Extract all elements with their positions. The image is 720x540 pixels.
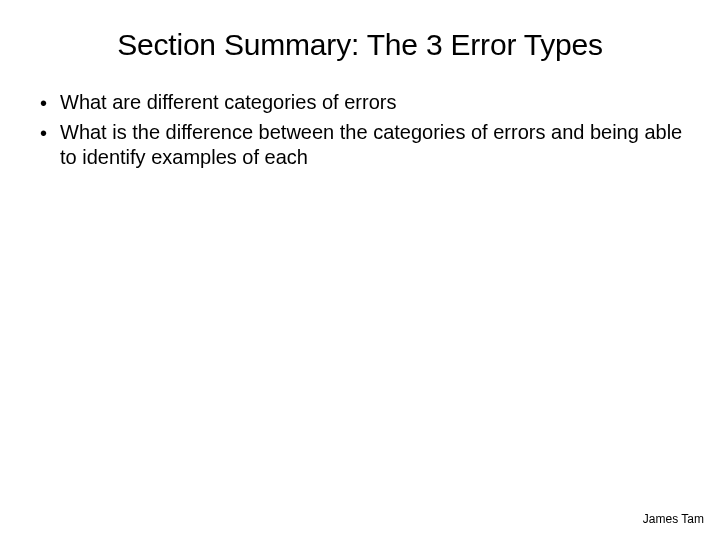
footer-author: James Tam: [643, 512, 704, 526]
slide-title: Section Summary: The 3 Error Types: [30, 28, 690, 62]
bullet-icon: •: [40, 120, 60, 146]
list-item: • What is the difference between the cat…: [40, 120, 690, 170]
slide-container: Section Summary: The 3 Error Types • Wha…: [0, 0, 720, 540]
bullet-icon: •: [40, 90, 60, 116]
list-item: • What are different categories of error…: [40, 90, 690, 116]
bullet-text: What are different categories of errors: [60, 90, 690, 115]
bullet-list: • What are different categories of error…: [30, 90, 690, 170]
bullet-text: What is the difference between the categ…: [60, 120, 690, 170]
